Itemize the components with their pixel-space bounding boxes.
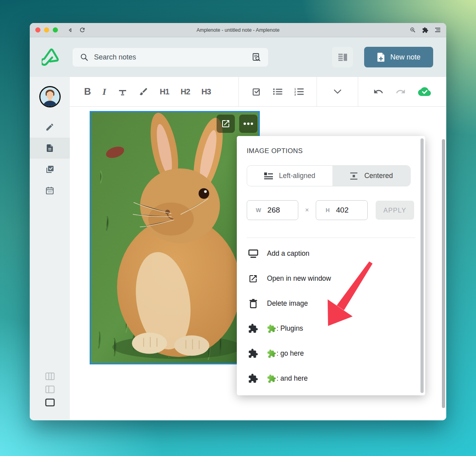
svg-text:3: 3 <box>294 93 296 96</box>
titlebar: Amplenote - untitled note - Amplenote <box>30 23 446 37</box>
green-puzzle-emoji-icon <box>267 324 276 333</box>
menu-item-plugin-0[interactable]: : Plugins <box>247 316 425 341</box>
zoom-page-icon[interactable] <box>410 27 416 33</box>
size-controls: W × H APPLY <box>247 200 425 220</box>
rabbit-photo <box>91 112 259 363</box>
search-in-note-icon[interactable] <box>251 52 261 62</box>
task-list-button[interactable] <box>251 87 261 97</box>
desktop-background: Amplenote - untitled note - Amplenote <box>0 0 476 456</box>
left-aligned-icon <box>264 172 273 180</box>
browser-menu-icon[interactable] <box>435 27 441 33</box>
minimize-window-button[interactable] <box>44 27 49 33</box>
checkbox-icon <box>251 87 261 97</box>
numbered-list-icon: 123 <box>294 87 304 96</box>
green-puzzle-emoji-icon <box>267 349 276 358</box>
bullet-list-icon <box>273 87 283 96</box>
numbered-list-button[interactable]: 123 <box>294 87 304 96</box>
plugin-puzzle-icon <box>248 373 258 384</box>
close-window-button[interactable] <box>35 27 40 33</box>
plugin-puzzle-icon <box>248 323 258 334</box>
open-in-new-icon <box>221 119 230 128</box>
chevron-down-icon <box>334 89 342 94</box>
apply-button[interactable]: APPLY <box>376 201 414 220</box>
sidebar-item-notes[interactable] <box>30 138 70 159</box>
green-puzzle-emoji-icon <box>267 374 276 383</box>
image-more-options-button[interactable] <box>239 115 257 133</box>
svg-text:2: 2 <box>294 90 296 93</box>
heading1-button[interactable]: H1 <box>160 87 169 96</box>
image-options-panel: IMAGE OPTIONS Left-aligned Centered W × … <box>237 136 425 395</box>
reload-icon[interactable] <box>79 27 86 33</box>
new-note-icon <box>377 52 385 62</box>
panel-title: IMAGE OPTIONS <box>247 147 425 155</box>
menu-item-plugin-2[interactable]: : and here <box>247 366 425 391</box>
times-separator: × <box>305 206 309 214</box>
caption-icon <box>248 249 258 258</box>
sidebar-item-jots[interactable] <box>30 117 70 138</box>
calendar-icon <box>45 186 54 195</box>
ellipsis-icon <box>244 123 253 125</box>
new-note-label: New note <box>390 53 420 61</box>
width-field[interactable]: W <box>247 200 298 220</box>
window-scrollbar[interactable] <box>442 139 445 408</box>
centered-icon <box>349 172 358 180</box>
heading3-button[interactable]: H3 <box>202 87 211 96</box>
bullet-list-button[interactable] <box>273 87 283 96</box>
strikethrough-icon <box>118 87 127 96</box>
height-field[interactable]: H <box>316 200 368 220</box>
width-input[interactable] <box>267 206 289 215</box>
extensions-puzzle-icon[interactable] <box>422 27 428 33</box>
align-left-label: Left-aligned <box>279 172 315 180</box>
open-in-new-icon <box>248 274 258 284</box>
maximize-window-button[interactable] <box>53 27 58 33</box>
panel-divider <box>247 238 415 238</box>
brush-icon <box>139 87 148 96</box>
amplenote-logo-icon[interactable] <box>42 47 60 67</box>
height-input[interactable] <box>336 206 358 215</box>
undo-button[interactable] <box>373 87 384 96</box>
menu-item-open-new-window[interactable]: Open in new window <box>247 266 425 291</box>
note-icon <box>45 144 54 153</box>
strikethrough-button[interactable] <box>118 87 127 96</box>
image-open-new-window-button[interactable] <box>217 115 235 133</box>
search-icon <box>80 53 88 61</box>
tasks-icon <box>45 165 55 174</box>
back-icon[interactable] <box>67 27 73 33</box>
highlight-button[interactable] <box>139 87 148 96</box>
plugin-puzzle-icon <box>248 348 258 359</box>
menu-item-delete-image[interactable]: Delete image <box>247 291 425 316</box>
align-center-button[interactable]: Centered <box>332 166 410 186</box>
italic-button[interactable]: I <box>102 86 106 97</box>
menu-item-add-caption[interactable]: Add a caption <box>247 241 425 266</box>
layout-single-pane-button[interactable] <box>30 392 70 413</box>
search-bar[interactable] <box>73 48 268 67</box>
single-pane-icon <box>45 399 55 406</box>
menu-item-plugin-1[interactable]: : go here <box>247 341 425 366</box>
heading2-button[interactable]: H2 <box>180 87 190 96</box>
trash-icon <box>248 299 258 308</box>
alignment-toggle: Left-aligned Centered <box>247 165 411 186</box>
search-input[interactable] <box>94 53 246 61</box>
height-label: H <box>326 207 330 213</box>
width-label: W <box>256 207 261 213</box>
sidebar <box>30 77 70 420</box>
window-title: Amplenote - untitled note - Amplenote <box>30 27 446 33</box>
format-toolbar: B I H1 H2 H3 <box>70 77 446 107</box>
avatar[interactable] <box>39 86 61 107</box>
saved-cloud-icon <box>418 86 431 97</box>
redo-button[interactable] <box>395 87 406 96</box>
sidebar-item-tasks[interactable] <box>30 159 70 180</box>
more-formats-button[interactable] <box>334 89 342 94</box>
panel-layout-toggle-button[interactable] <box>332 47 353 67</box>
align-left-button[interactable]: Left-aligned <box>247 166 332 186</box>
redo-icon <box>395 87 406 96</box>
layout-columns-icon <box>338 52 348 62</box>
panel-scrollbar[interactable] <box>420 138 424 393</box>
bold-button[interactable]: B <box>84 86 91 97</box>
sidebar-item-calendar[interactable] <box>30 180 70 201</box>
new-note-button[interactable]: New note <box>364 47 433 67</box>
selected-image[interactable] <box>90 111 260 364</box>
undo-icon <box>373 87 384 96</box>
pencil-icon <box>45 123 54 132</box>
svg-text:1: 1 <box>294 88 296 90</box>
